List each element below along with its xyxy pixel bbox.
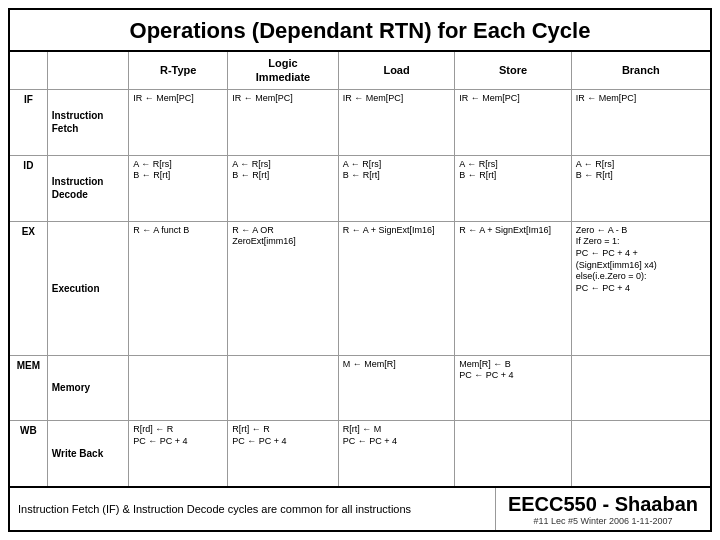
op-cell-branch: Zero ← A - B If Zero = 1: PC ← PC + 4 + …: [571, 221, 711, 355]
table-row: EXExecutionR ← A funct BR ← A OR ZeroExt…: [9, 221, 711, 355]
col-load-header: Load: [338, 51, 454, 89]
op-cell-load: IR ← Mem[PC]: [338, 89, 454, 155]
op-cell-branch: A ← R[rs] B ← R[rt]: [571, 155, 711, 221]
op-cell-branch: [571, 355, 711, 421]
instr-name: Instruction Decode: [47, 155, 129, 221]
operations-table: R-Type Logic Immediate Load Store Branch…: [8, 50, 712, 488]
col-instr-header: [47, 51, 129, 89]
stage-label: MEM: [9, 355, 47, 421]
op-cell-rtype: R ← A funct B: [129, 221, 228, 355]
bottom-logo: EECC550 - Shaaban #11 Lec #5 Winter 2006…: [496, 488, 710, 530]
stage-label: ID: [9, 155, 47, 221]
col-stage-header: [9, 51, 47, 89]
col-rtype-header: R-Type: [129, 51, 228, 89]
stage-label: WB: [9, 421, 47, 487]
op-cell-rtype: R[rd] ← R PC ← PC + 4: [129, 421, 228, 487]
op-cell-load: M ← Mem[R]: [338, 355, 454, 421]
bottom-note: Instruction Fetch (IF) & Instruction Dec…: [10, 488, 496, 530]
op-cell-store: [455, 421, 571, 487]
op-cell-branch: IR ← Mem[PC]: [571, 89, 711, 155]
stage-label: EX: [9, 221, 47, 355]
stage-label: IF: [9, 89, 47, 155]
op-cell-logic: R[rt] ← R PC ← PC + 4: [228, 421, 339, 487]
instr-name: Memory: [47, 355, 129, 421]
op-cell-store: A ← R[rs] B ← R[rt]: [455, 155, 571, 221]
col-branch-header: Branch: [571, 51, 711, 89]
op-cell-load: R ← A + SignExt[Im16]: [338, 221, 454, 355]
op-cell-logic: A ← R[rs] B ← R[rt]: [228, 155, 339, 221]
logo-text: EECC550 - Shaaban: [508, 493, 698, 516]
op-cell-logic: [228, 355, 339, 421]
op-cell-rtype: IR ← Mem[PC]: [129, 89, 228, 155]
instr-name: Write Back: [47, 421, 129, 487]
page: Operations (Dependant RTN) for Each Cycl…: [0, 0, 720, 540]
page-title: Operations (Dependant RTN) for Each Cycl…: [8, 8, 712, 50]
op-cell-logic: IR ← Mem[PC]: [228, 89, 339, 155]
op-cell-store: R ← A + SignExt[Im16]: [455, 221, 571, 355]
instr-name: Instruction Fetch: [47, 89, 129, 155]
logo-sub: #11 Lec #5 Winter 2006 1-11-2007: [533, 516, 672, 526]
instr-name: Execution: [47, 221, 129, 355]
op-cell-store: IR ← Mem[PC]: [455, 89, 571, 155]
col-logic-header: Logic Immediate: [228, 51, 339, 89]
col-store-header: Store: [455, 51, 571, 89]
op-cell-load: A ← R[rs] B ← R[rt]: [338, 155, 454, 221]
op-cell-load: R[rt] ← M PC ← PC + 4: [338, 421, 454, 487]
table-row: WBWrite BackR[rd] ← R PC ← PC + 4R[rt] ←…: [9, 421, 711, 487]
op-cell-logic: R ← A OR ZeroExt[imm16]: [228, 221, 339, 355]
table-row: MEMMemoryM ← Mem[R]Mem[R] ← B PC ← PC + …: [9, 355, 711, 421]
op-cell-store: Mem[R] ← B PC ← PC + 4: [455, 355, 571, 421]
table-row: IFInstruction FetchIR ← Mem[PC]IR ← Mem[…: [9, 89, 711, 155]
op-cell-rtype: A ← R[rs] B ← R[rt]: [129, 155, 228, 221]
table-row: IDInstruction DecodeA ← R[rs] B ← R[rt]A…: [9, 155, 711, 221]
bottom-bar: Instruction Fetch (IF) & Instruction Dec…: [8, 488, 712, 532]
op-cell-rtype: [129, 355, 228, 421]
op-cell-branch: [571, 421, 711, 487]
